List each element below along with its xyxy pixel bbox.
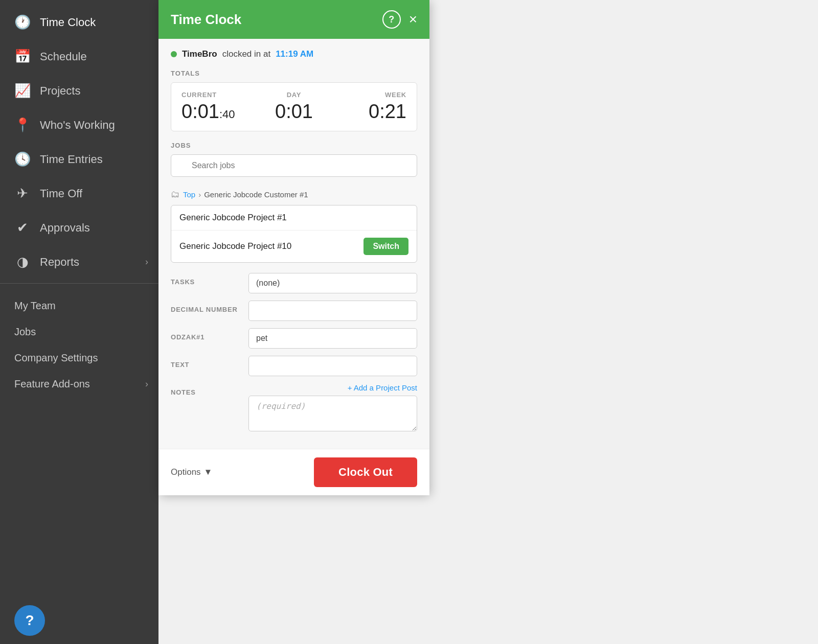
check-icon: ✔ (14, 220, 31, 236)
options-label: Options (171, 467, 201, 477)
totals-section: CURRENT DAY WEEK 0:01:40 0:01 0:21 (171, 82, 417, 131)
current-value: 0:01:40 (181, 101, 257, 123)
sidebar-item-label: Approvals (40, 221, 90, 235)
notes-row: NOTES + Add a Project Post (required) (171, 383, 417, 431)
tasks-row: TASKS (171, 273, 417, 293)
chevron-right-icon: › (145, 257, 148, 267)
close-button[interactable]: × (409, 12, 417, 27)
week-value: 0:21 (331, 101, 406, 123)
decimal-number-label: DECIMAL NUMBER (171, 301, 242, 313)
breadcrumb-separator: › (198, 190, 201, 199)
sidebar-item-label: Company Settings (14, 352, 98, 364)
breadcrumb: 🗂 Top › Generic Jobcode Customer #1 (171, 189, 417, 200)
modal-header-actions: ? × (382, 10, 417, 29)
modal-footer: Options ▼ Clock Out (158, 449, 429, 495)
modal-header: Time Clock ? × (158, 0, 429, 39)
decimal-number-row: DECIMAL NUMBER (171, 301, 417, 321)
form-section: TASKS DECIMAL NUMBER ODZAK#1 TEXT NOTES (171, 273, 417, 431)
text-row: TEXT (171, 356, 417, 376)
tasks-label: TASKS (171, 273, 242, 286)
sidebar-item-jobs[interactable]: Jobs (0, 319, 158, 345)
clock-icon: 🕐 (14, 14, 31, 30)
sidebar-item-time-off[interactable]: ✈ Time Off (0, 176, 158, 211)
breadcrumb-top-link[interactable]: Top (183, 190, 195, 199)
tasks-input[interactable] (248, 273, 417, 293)
odzak-input[interactable] (248, 328, 417, 349)
options-button[interactable]: Options ▼ (171, 467, 212, 477)
location-icon: 📍 (14, 117, 31, 133)
week-label: WEEK (331, 91, 406, 99)
clock-out-button[interactable]: Clock Out (314, 457, 417, 487)
sidebar-item-my-team[interactable]: My Team (0, 293, 158, 319)
odzak-row: ODZAK#1 (171, 328, 417, 349)
status-line: TimeBro clocked in at 11:19 AM (171, 49, 417, 59)
sidebar-item-time-entries[interactable]: 🕓 Time Entries (0, 142, 158, 176)
sidebar-item-time-clock[interactable]: 🕐 Time Clock (0, 5, 158, 39)
status-user: TimeBro (182, 49, 217, 59)
avatar-icon: ? (25, 612, 34, 629)
sidebar-item-company-settings[interactable]: Company Settings (0, 345, 158, 371)
sidebar-nav: 🕐 Time Clock 📅 Schedule 📈 Projects 📍 Who… (0, 5, 158, 597)
sidebar-item-label: Who's Working (40, 119, 115, 132)
job-list: Generic Jobcode Project #1 Generic Jobco… (171, 205, 417, 263)
text-input[interactable] (248, 356, 417, 376)
sidebar-item-whos-working[interactable]: 📍 Who's Working (0, 108, 158, 142)
calendar-icon: 📅 (14, 49, 31, 64)
text-label: TEXT (171, 356, 242, 369)
sidebar-item-feature-add-ons[interactable]: Feature Add-ons › (0, 371, 158, 397)
folder-icon: 🗂 (171, 189, 180, 200)
sidebar-item-label: Time Off (40, 187, 82, 200)
odzak-label: ODZAK#1 (171, 328, 242, 341)
dropdown-icon: ▼ (204, 467, 213, 477)
sidebar-item-approvals[interactable]: ✔ Approvals (0, 211, 158, 245)
job-item-2[interactable]: Generic Jobcode Project #10 Switch Clock… (171, 231, 417, 262)
chevron-right-icon: › (145, 379, 148, 389)
help-button[interactable]: ? (382, 10, 401, 29)
job-item-label: Generic Jobcode Project #1 (179, 213, 287, 223)
sidebar-item-label: Schedule (40, 50, 87, 63)
sidebar-item-reports[interactable]: ◑ Reports › (0, 245, 158, 279)
totals-label-row: CURRENT DAY WEEK (181, 91, 406, 99)
switch-button[interactable]: Switch (363, 238, 408, 255)
day-label: DAY (257, 91, 332, 99)
modal-title: Time Clock (171, 12, 241, 28)
projects-icon: 📈 (14, 83, 31, 99)
breadcrumb-current: Generic Jobcode Customer #1 (204, 190, 308, 199)
notes-textarea[interactable]: (required) (248, 396, 417, 431)
status-time: 11:19 AM (276, 49, 313, 59)
reports-icon: ◑ (14, 254, 31, 270)
sidebar-item-label: Jobs (14, 326, 36, 338)
time-clock-modal: Time Clock ? × TimeBro clocked in at 11:… (158, 0, 429, 495)
plane-icon: ✈ (14, 186, 31, 201)
totals-value-row: 0:01:40 0:01 0:21 (181, 101, 406, 123)
day-value: 0:01 (257, 101, 332, 123)
current-label: CURRENT (181, 91, 257, 99)
sidebar-bottom: My Team Jobs Company Settings Feature Ad… (0, 288, 158, 402)
search-input[interactable] (171, 154, 417, 177)
sidebar: 🕐 Time Clock 📅 Schedule 📈 Projects 📍 Who… (0, 0, 158, 644)
search-wrapper: 🔍 (171, 154, 417, 183)
sidebar-item-label: Time Clock (40, 16, 96, 29)
jobs-section: JOBS 🔍 🗂 Top › Generic Jobcode Customer … (171, 142, 417, 263)
close-icon: × (409, 11, 417, 27)
decimal-number-input[interactable] (248, 301, 417, 321)
time-entries-icon: 🕓 (14, 151, 31, 167)
jobs-label: JOBS (171, 142, 417, 149)
totals-label: TOTALS (171, 70, 417, 77)
sidebar-item-label: Projects (40, 84, 80, 98)
status-dot (171, 51, 177, 57)
status-clocked-text: clocked in at (222, 49, 271, 59)
add-project-post-link[interactable]: + Add a Project Post (348, 383, 417, 392)
job-item-label: Generic Jobcode Project #10 (179, 241, 291, 251)
sidebar-item-label: Reports (40, 256, 79, 269)
main-content: Time Clock ? × TimeBro clocked in at 11:… (158, 0, 818, 644)
sidebar-item-projects[interactable]: 📈 Projects (0, 74, 158, 108)
question-icon: ? (389, 14, 394, 25)
sidebar-item-label: Time Entries (40, 153, 103, 166)
job-item-1[interactable]: Generic Jobcode Project #1 (171, 205, 417, 231)
avatar[interactable]: ? (14, 605, 45, 636)
sidebar-item-schedule[interactable]: 📅 Schedule (0, 39, 158, 74)
sidebar-item-label: Feature Add-ons (14, 378, 90, 390)
sidebar-item-label: My Team (14, 300, 56, 312)
notes-label: NOTES (171, 383, 242, 396)
